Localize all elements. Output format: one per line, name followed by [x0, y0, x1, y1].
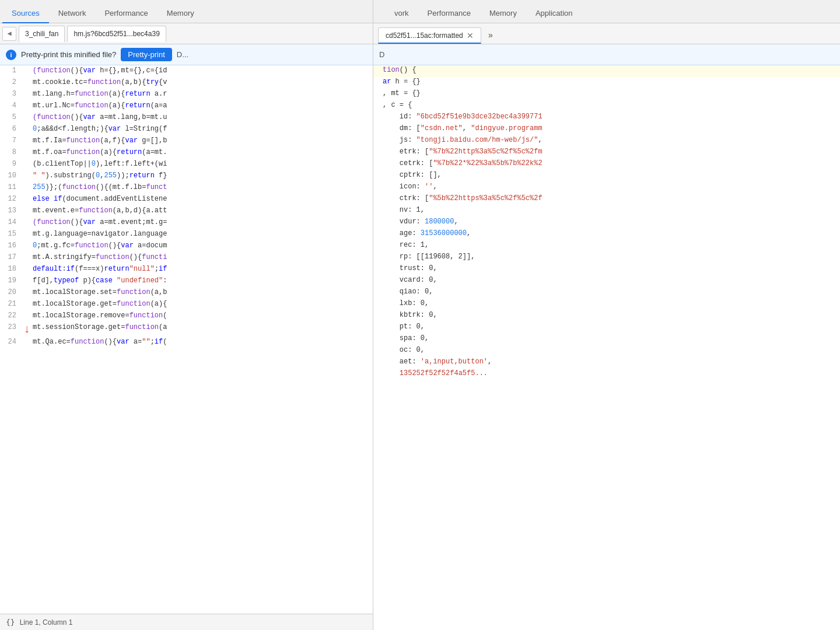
- right-code-line: etrk: ["%7b%22http%3a%5c%2f%5c%2fm: [373, 147, 840, 159]
- right-code-line: , mt = {}: [373, 89, 840, 100]
- right-code-line: ar h = {}: [373, 77, 840, 89]
- code-line: 14 (function(){var a=mt.event;mt.g=: [0, 217, 373, 229]
- right-tab-label: cd52f51...15ac:formatted: [386, 32, 463, 40]
- right-code-line: lxb: 0,: [373, 299, 840, 310]
- file-tabs: ◀ 3_chili_fan hm.js?6bcd52f51...bec4a39: [0, 23, 373, 44]
- left-nav-tabs: Sources Network Performance Memory: [0, 0, 373, 23]
- right-file-tabs: cd52f51...15ac:formatted ✕ »: [373, 23, 840, 44]
- code-line: 11 255)};(function(){(mt.f.lb=funct: [0, 182, 373, 194]
- right-code-line: dm: ["csdn.net", "dingyue.programm: [373, 124, 840, 135]
- right-file-tab-formatted[interactable]: cd52f51...15ac:formatted ✕: [378, 27, 481, 44]
- right-code-line: ctrk: ["%5b%22https%3a%5c%2f%5c%2f: [373, 194, 840, 205]
- right-code-area[interactable]: tion() { ar h = {} , mt = {} , c = { id:…: [373, 65, 840, 630]
- code-line: 9 (b.clientTop||0),left:f.left+(wi: [0, 159, 373, 170]
- right-code-line: id: "6bcd52f51e9b3dce32bec4a399771: [373, 112, 840, 124]
- code-line: 20 mt.localStorage.set=function(a,b: [0, 287, 373, 299]
- tab-application[interactable]: Application: [526, 4, 582, 23]
- tab-performance-left[interactable]: Performance: [95, 4, 157, 23]
- partial-text: D...: [177, 50, 188, 59]
- info-icon: i: [6, 50, 16, 60]
- code-line: 3 mt.lang.h=function(a){return a.r: [0, 89, 373, 100]
- main-content: ◀ 3_chili_fan hm.js?6bcd52f51...bec4a39 …: [0, 23, 840, 630]
- tab-memory-left[interactable]: Memory: [158, 4, 204, 23]
- file-tab-icon[interactable]: ◀: [2, 27, 16, 41]
- left-code-area[interactable]: 1 (function(){var h={},mt={},c={id 2 mt.…: [0, 65, 373, 614]
- status-bar: {} Line 1, Column 1: [0, 614, 373, 630]
- code-line: 16 0;mt.g.fc=function(){var a=docum: [0, 240, 373, 252]
- right-code-line: cptrk: [],: [373, 170, 840, 182]
- right-code-line: kbtrk: 0,: [373, 310, 840, 322]
- down-arrow-row: ↓: [21, 323, 33, 336]
- right-code-line: icon: '',: [373, 182, 840, 194]
- code-line: 19 f[d],typeof p){case "undefined":: [0, 275, 373, 287]
- right-code-line: spa: 0,: [373, 334, 840, 345]
- code-line: 22 mt.localStorage.remove=function(: [0, 310, 373, 322]
- pretty-print-message: Pretty-print this minified file?: [21, 50, 116, 59]
- right-code-line: vdur: 1800000,: [373, 217, 840, 229]
- code-line: 1 (function(){var h={},mt={},c={id: [0, 65, 373, 77]
- file-tab-chili-fan[interactable]: 3_chili_fan: [19, 26, 65, 42]
- right-code-line: aet: 'a,input,button',: [373, 357, 840, 369]
- code-line: 17 mt.A.stringify=function(){functi: [0, 252, 373, 264]
- right-code-line: oc: 0,: [373, 345, 840, 357]
- code-line: 15 mt.g.language=navigator.language: [0, 229, 373, 240]
- code-line: 23 ↓ mt.sessionStorage.get=function(a: [0, 322, 373, 337]
- right-code-line: pt: 0,: [373, 322, 840, 334]
- right-code-line: vcard: 0,: [373, 275, 840, 287]
- highlighted-code-line: tion() {: [373, 65, 840, 77]
- right-panel: cd52f51...15ac:formatted ✕ » D tion() { …: [373, 23, 840, 630]
- code-line: 8 mt.f.oa=function(a){return(a=mt.: [0, 147, 373, 159]
- right-code-line: , c = {: [373, 100, 840, 112]
- right-code-line: nv: 1,: [373, 205, 840, 217]
- tab-memory-right[interactable]: Memory: [480, 4, 526, 23]
- pretty-print-button[interactable]: Pretty-print: [121, 48, 172, 61]
- right-partial-text: D: [379, 50, 384, 59]
- brace-icon: {}: [6, 618, 15, 626]
- right-pretty-bar: D: [373, 44, 840, 65]
- code-line: 21 mt.localStorage.get=function(a){: [0, 299, 373, 310]
- status-text: Line 1, Column 1: [20, 618, 73, 626]
- right-code-line: trust: 0,: [373, 264, 840, 275]
- right-code-line: js: "tongji.baidu.com/hm-web/js/",: [373, 135, 840, 147]
- code-line: 2 mt.cookie.tc=function(a,b){try{v: [0, 77, 373, 89]
- code-line: 18 default:if(f===x)return"null";if: [0, 264, 373, 275]
- tab-network-left[interactable]: Network: [49, 4, 96, 23]
- right-code-line: qiao: 0,: [373, 287, 840, 299]
- code-line: 10 " ").substring(0,255));return f}: [0, 170, 373, 182]
- right-code-line: 135252f52f52f4a5f5...: [373, 369, 840, 380]
- right-nav-tabs: vork Performance Memory Application: [373, 0, 840, 23]
- code-line: 4 mt.url.Nc=function(a){return(a=a: [0, 100, 373, 112]
- code-line: 24 mt.Qa.ec=function(){var a="";if(: [0, 337, 373, 348]
- code-line: 7 mt.f.Ia=function(a,f){var g=[],b: [0, 135, 373, 147]
- right-code-line: rp: [[119608, 2]],: [373, 252, 840, 264]
- pretty-print-bar: i Pretty-print this minified file? Prett…: [0, 44, 373, 65]
- code-line: 12 else if(document.addEventListene: [0, 194, 373, 205]
- top-nav: Sources Network Performance Memory vork …: [0, 0, 840, 23]
- tab-close-button[interactable]: ✕: [467, 32, 474, 40]
- right-code-line: rec: 1,: [373, 240, 840, 252]
- file-tab-hm-js[interactable]: hm.js?6bcd52f51...bec4a39: [67, 26, 166, 42]
- right-code-line: cetrk: ["%7b%22*%22%3a%5b%7b%22k%2: [373, 159, 840, 170]
- tab-vork[interactable]: vork: [385, 4, 418, 23]
- code-line: 5 (function(){var a=mt.lang,b=mt.u: [0, 112, 373, 124]
- right-code-line: age: 31536000000,: [373, 229, 840, 240]
- left-panel: ◀ 3_chili_fan hm.js?6bcd52f51...bec4a39 …: [0, 23, 373, 630]
- tab-performance-right[interactable]: Performance: [418, 4, 480, 23]
- tab-chevron[interactable]: »: [484, 27, 498, 44]
- code-line: 13 mt.event.e=function(a,b,d){a.att: [0, 205, 373, 217]
- code-line: 6 0;a&&d<f.length;){var l=String(f: [0, 124, 373, 135]
- tab-sources[interactable]: Sources: [2, 4, 49, 23]
